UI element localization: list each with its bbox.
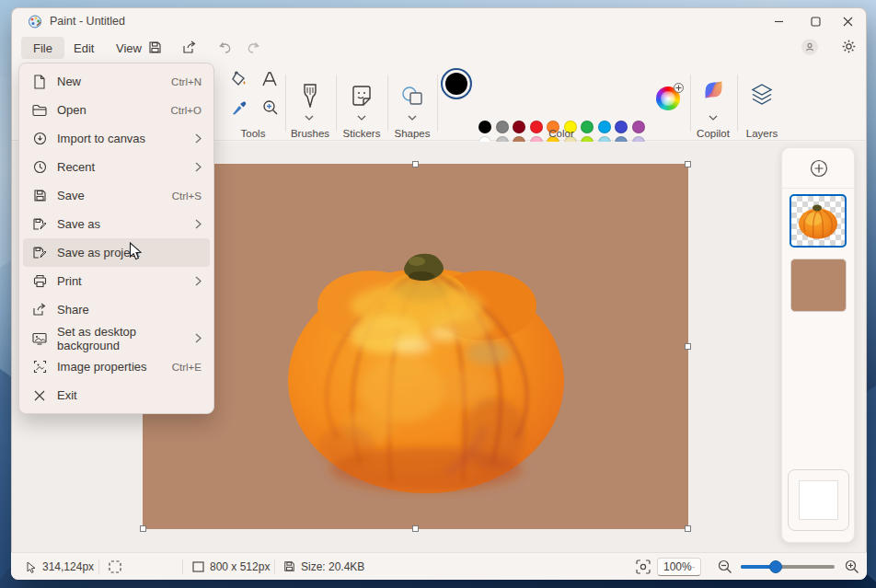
brushes-label: Brushes	[284, 128, 336, 139]
menu-edit[interactable]: Edit	[62, 37, 106, 59]
menu-view-label: View	[116, 41, 142, 55]
edit-colors-wheel[interactable]	[656, 86, 680, 110]
titlebar[interactable]: Paint - Untitled	[12, 8, 866, 34]
background-layer-swatch	[799, 480, 838, 520]
menu-view[interactable]: View	[104, 37, 154, 59]
settings-gear-icon[interactable]	[841, 39, 857, 54]
file-menu-item-recent[interactable]: Recent	[23, 153, 210, 181]
magnifier-tool[interactable]	[261, 98, 280, 117]
file-menu-item-save[interactable]: Save Ctrl+S	[23, 181, 210, 210]
file-menu-item-save-as-project[interactable]: Save as project	[23, 238, 210, 267]
color-swatch[interactable]	[513, 121, 525, 133]
fill-bucket-tool[interactable]	[229, 70, 249, 90]
add-color-badge	[674, 83, 684, 93]
file-menu-item-label: Open	[57, 103, 170, 117]
redo-icon[interactable]	[247, 41, 260, 54]
layers-icon	[751, 83, 773, 107]
shortcut-text: Ctrl+S	[172, 190, 202, 202]
zoom-slider-thumb[interactable]	[769, 560, 782, 573]
file-menu-item-label: Exit	[57, 388, 202, 402]
primary-color-ring[interactable]	[441, 68, 472, 99]
color-swatch[interactable]	[632, 121, 645, 133]
file-menu-item-label: Import to canvas	[57, 132, 195, 145]
save-quick-icon[interactable]	[148, 40, 162, 54]
file-menu-item-open[interactable]: Open Ctrl+O	[23, 96, 210, 124]
share-quick-icon[interactable]	[182, 40, 197, 54]
statusbar: 314,124px 800 x 512px Size: 20.4KB 100%	[11, 552, 867, 580]
minimize-button[interactable]	[758, 8, 799, 34]
undo-icon[interactable]	[218, 41, 232, 54]
save-as-icon	[32, 217, 47, 232]
import-icon	[32, 132, 47, 146]
share-icon	[32, 303, 47, 317]
layer-thumbnail-background[interactable]	[790, 259, 847, 312]
canvas-resize-handle[interactable]	[140, 525, 146, 532]
plus-icon	[675, 85, 682, 91]
close-icon	[843, 17, 853, 27]
chevron-down-icon	[408, 115, 417, 121]
color-swatch[interactable]	[478, 121, 491, 133]
color-swatch[interactable]	[598, 121, 611, 133]
file-menu-item-share[interactable]: Share	[23, 295, 210, 324]
stickers-button[interactable]: Stickers	[336, 67, 387, 139]
mouse-cursor	[129, 242, 143, 261]
desktop-background-icon	[32, 331, 47, 346]
brush-icon	[300, 84, 320, 108]
brushes-button[interactable]: Brushes	[284, 67, 336, 139]
add-layer-button[interactable]	[809, 158, 829, 179]
copilot-label: Copilot	[690, 128, 736, 139]
zoom-slider[interactable]	[741, 565, 835, 569]
canvas[interactable]	[143, 164, 688, 529]
menu-file[interactable]: File	[21, 37, 64, 59]
copilot-button[interactable]: Copilot	[690, 67, 736, 139]
file-menu-item-label: Image properties	[57, 360, 172, 374]
layer-thumbnail-pumpkin[interactable]	[790, 194, 847, 248]
canvas-resize-handle[interactable]	[412, 161, 419, 167]
file-menu-item-new[interactable]: New Ctrl+N	[23, 67, 210, 96]
account-icon	[805, 42, 814, 52]
file-menu-item-set-as-desktop-background[interactable]: Set as desktop background	[23, 324, 210, 352]
zoom-out-icon[interactable]	[718, 559, 732, 574]
save-icon	[32, 189, 47, 203]
file-menu-item-print[interactable]: Print	[23, 267, 210, 295]
file-menu-item-label: Save as	[57, 217, 195, 231]
color-swatch[interactable]	[496, 121, 509, 133]
clock-icon	[32, 160, 47, 175]
chevron-right-icon	[195, 219, 202, 229]
account-button[interactable]	[801, 39, 818, 55]
menu-edit-label: Edit	[74, 41, 94, 55]
layers-panel	[781, 147, 855, 543]
canvas-resize-handle[interactable]	[685, 525, 691, 532]
canvas-resize-handle[interactable]	[685, 161, 691, 167]
text-tool[interactable]	[260, 70, 279, 88]
background-layer-button[interactable]	[788, 469, 849, 531]
file-menu-item-label: Save	[57, 189, 172, 202]
close-button[interactable]	[827, 8, 868, 34]
color-swatch[interactable]	[615, 121, 628, 133]
chevron-down-icon	[692, 565, 695, 570]
shapes-icon	[400, 86, 424, 108]
shapes-button[interactable]: Shapes	[387, 67, 437, 139]
file-menu-item-save-as[interactable]: Save as	[23, 210, 210, 238]
eyedropper-tool[interactable]	[230, 98, 248, 117]
chevron-right-icon	[195, 162, 202, 172]
file-size-value: Size: 20.4KB	[301, 560, 364, 573]
fit-to-screen-icon[interactable]	[636, 559, 651, 574]
image-properties-icon	[32, 360, 47, 375]
canvas-size-icon	[192, 561, 204, 572]
chevron-down-icon	[357, 115, 366, 121]
layers-button[interactable]: Layers	[737, 67, 787, 139]
file-menu-item-image-properties[interactable]: Image properties Ctrl+E	[23, 352, 210, 381]
zoom-in-icon[interactable]	[845, 559, 859, 574]
canvas-resize-handle[interactable]	[685, 343, 691, 350]
file-menu-item-label: Print	[57, 274, 195, 288]
file-menu-item-import-to-canvas[interactable]: Import to canvas	[23, 124, 210, 153]
shapes-label: Shapes	[387, 128, 437, 139]
file-menu-item-exit[interactable]: Exit	[23, 381, 210, 409]
canvas-resize-handle[interactable]	[412, 525, 419, 532]
window-title: Paint - Untitled	[50, 15, 125, 28]
desktop: Paint - Untitled File Edit View	[0, 0, 876, 588]
file-menu-item-label: New	[57, 75, 171, 88]
zoom-level-dropdown[interactable]: 100%	[657, 558, 701, 576]
maximize-icon	[811, 17, 821, 27]
